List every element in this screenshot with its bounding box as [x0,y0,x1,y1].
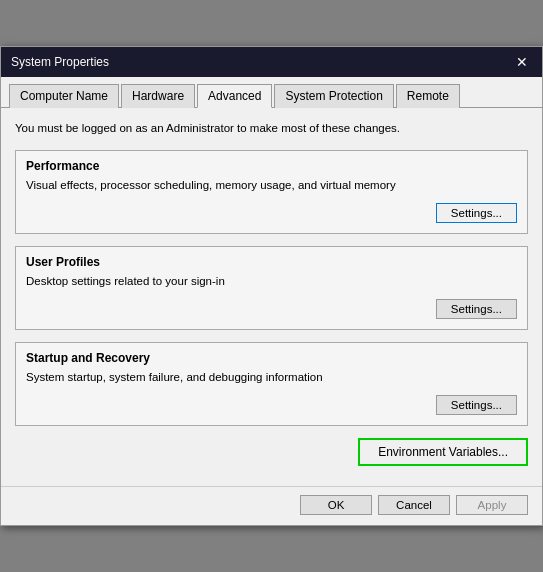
tab-hardware[interactable]: Hardware [121,84,195,108]
user-profiles-title: User Profiles [26,255,517,269]
bottom-bar: OK Cancel Apply [1,486,542,525]
performance-section: Performance Visual effects, processor sc… [15,150,528,234]
startup-recovery-title: Startup and Recovery [26,351,517,365]
performance-settings-button[interactable]: Settings... [436,203,517,223]
user-profiles-desc: Desktop settings related to your sign-in [26,273,517,289]
performance-title: Performance [26,159,517,173]
apply-button[interactable]: Apply [456,495,528,515]
tab-system-protection[interactable]: System Protection [274,84,393,108]
tab-advanced[interactable]: Advanced [197,84,272,108]
startup-recovery-desc: System startup, system failure, and debu… [26,369,517,385]
cancel-button[interactable]: Cancel [378,495,450,515]
window-title: System Properties [11,55,109,69]
system-properties-window: System Properties ✕ Computer Name Hardwa… [0,46,543,526]
ok-button[interactable]: OK [300,495,372,515]
close-button[interactable]: ✕ [512,55,532,69]
tab-content: You must be logged on as an Administrato… [1,108,542,486]
performance-desc: Visual effects, processor scheduling, me… [26,177,517,193]
tab-computer-name[interactable]: Computer Name [9,84,119,108]
admin-notice: You must be logged on as an Administrato… [15,120,528,136]
tab-remote[interactable]: Remote [396,84,460,108]
title-bar: System Properties ✕ [1,47,542,77]
tab-bar: Computer Name Hardware Advanced System P… [1,77,542,108]
env-var-row: Environment Variables... [15,438,528,466]
startup-recovery-settings-button[interactable]: Settings... [436,395,517,415]
user-profiles-settings-button[interactable]: Settings... [436,299,517,319]
startup-recovery-section: Startup and Recovery System startup, sys… [15,342,528,426]
user-profiles-section: User Profiles Desktop settings related t… [15,246,528,330]
environment-variables-button[interactable]: Environment Variables... [358,438,528,466]
